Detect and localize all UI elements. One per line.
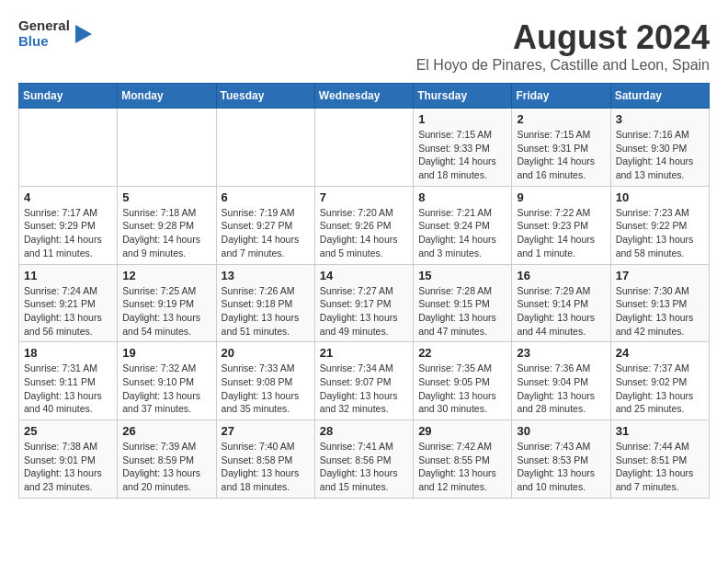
day-number: 25 (24, 424, 112, 438)
day-info: Sunrise: 7:19 AM Sunset: 9:27 PM Dayligh… (222, 206, 310, 260)
calendar-cell: 12Sunrise: 7:25 AM Sunset: 9:19 PM Dayli… (118, 264, 216, 342)
day-number: 19 (122, 346, 210, 360)
calendar-cell: 16Sunrise: 7:29 AM Sunset: 9:14 PM Dayli… (512, 264, 610, 342)
logo-arrow-icon (75, 25, 92, 43)
day-info: Sunrise: 7:36 AM Sunset: 9:04 PM Dayligh… (517, 362, 605, 416)
calendar-cell: 24Sunrise: 7:37 AM Sunset: 9:02 PM Dayli… (610, 342, 709, 420)
day-number: 20 (222, 346, 310, 360)
calendar-table: SundayMondayTuesdayWednesdayThursdayFrid… (18, 83, 710, 499)
day-info: Sunrise: 7:22 AM Sunset: 9:23 PM Dayligh… (517, 206, 605, 260)
day-number: 6 (222, 190, 310, 204)
day-number: 11 (24, 269, 112, 282)
day-info: Sunrise: 7:32 AM Sunset: 9:10 PM Dayligh… (122, 362, 210, 416)
day-number: 9 (517, 190, 605, 204)
day-number: 16 (517, 269, 605, 282)
day-info: Sunrise: 7:21 AM Sunset: 9:24 PM Dayligh… (418, 206, 506, 260)
calendar-cell: 25Sunrise: 7:38 AM Sunset: 9:01 PM Dayli… (19, 420, 118, 499)
day-info: Sunrise: 7:31 AM Sunset: 9:11 PM Dayligh… (24, 362, 112, 416)
page-header: General Blue August 2024 El Hoyo de Pina… (18, 18, 710, 74)
day-number: 13 (222, 269, 310, 282)
day-number: 31 (616, 424, 704, 438)
calendar-cell: 15Sunrise: 7:28 AM Sunset: 9:15 PM Dayli… (414, 264, 512, 342)
day-number: 10 (616, 190, 704, 204)
calendar-cell (118, 109, 216, 187)
calendar-cell: 9Sunrise: 7:22 AM Sunset: 9:23 PM Daylig… (512, 186, 610, 264)
calendar-cell: 5Sunrise: 7:18 AM Sunset: 9:28 PM Daylig… (118, 186, 216, 264)
calendar-cell: 17Sunrise: 7:30 AM Sunset: 9:13 PM Dayli… (610, 264, 709, 342)
day-info: Sunrise: 7:23 AM Sunset: 9:22 PM Dayligh… (616, 206, 704, 260)
day-info: Sunrise: 7:35 AM Sunset: 9:05 PM Dayligh… (418, 362, 506, 416)
main-title: August 2024 (416, 18, 710, 57)
calendar-cell: 26Sunrise: 7:39 AM Sunset: 8:59 PM Dayli… (118, 420, 216, 499)
calendar-cell: 7Sunrise: 7:20 AM Sunset: 9:26 PM Daylig… (314, 186, 413, 264)
day-info: Sunrise: 7:17 AM Sunset: 9:29 PM Dayligh… (24, 206, 112, 260)
calendar-cell: 14Sunrise: 7:27 AM Sunset: 9:17 PM Dayli… (314, 264, 413, 342)
day-info: Sunrise: 7:26 AM Sunset: 9:18 PM Dayligh… (222, 284, 310, 339)
day-header-tuesday: Tuesday (216, 84, 314, 109)
day-number: 14 (320, 269, 408, 282)
day-info: Sunrise: 7:33 AM Sunset: 9:08 PM Dayligh… (222, 362, 310, 416)
day-number: 23 (517, 346, 605, 360)
day-number: 29 (418, 424, 506, 438)
calendar-cell: 28Sunrise: 7:41 AM Sunset: 8:56 PM Dayli… (314, 420, 413, 499)
day-number: 4 (24, 190, 112, 204)
day-info: Sunrise: 7:43 AM Sunset: 8:53 PM Dayligh… (517, 440, 605, 494)
calendar-cell: 30Sunrise: 7:43 AM Sunset: 8:53 PM Dayli… (512, 420, 610, 499)
day-info: Sunrise: 7:29 AM Sunset: 9:14 PM Dayligh… (517, 284, 605, 339)
day-info: Sunrise: 7:18 AM Sunset: 9:28 PM Dayligh… (122, 206, 210, 260)
calendar-cell: 11Sunrise: 7:24 AM Sunset: 9:21 PM Dayli… (19, 264, 118, 342)
logo: General Blue (18, 18, 92, 49)
calendar-cell: 19Sunrise: 7:32 AM Sunset: 9:10 PM Dayli… (118, 342, 216, 420)
logo-general: General (18, 18, 70, 34)
calendar-cell: 18Sunrise: 7:31 AM Sunset: 9:11 PM Dayli… (19, 342, 118, 420)
day-number: 28 (320, 424, 408, 438)
day-info: Sunrise: 7:27 AM Sunset: 9:17 PM Dayligh… (320, 284, 408, 339)
calendar-week-5: 25Sunrise: 7:38 AM Sunset: 9:01 PM Dayli… (19, 420, 710, 499)
day-info: Sunrise: 7:38 AM Sunset: 9:01 PM Dayligh… (24, 440, 112, 494)
calendar-cell: 6Sunrise: 7:19 AM Sunset: 9:27 PM Daylig… (216, 186, 314, 264)
calendar-week-4: 18Sunrise: 7:31 AM Sunset: 9:11 PM Dayli… (19, 342, 710, 420)
day-number: 18 (24, 346, 112, 360)
day-header-friday: Friday (512, 84, 610, 109)
day-header-thursday: Thursday (414, 84, 512, 109)
day-info: Sunrise: 7:34 AM Sunset: 9:07 PM Dayligh… (320, 362, 408, 416)
title-section: August 2024 El Hoyo de Pinares, Castille… (416, 18, 710, 74)
calendar-cell: 8Sunrise: 7:21 AM Sunset: 9:24 PM Daylig… (414, 186, 512, 264)
calendar-cell: 31Sunrise: 7:44 AM Sunset: 8:51 PM Dayli… (610, 420, 709, 499)
day-number: 12 (122, 269, 210, 282)
day-number: 27 (222, 424, 310, 438)
day-header-monday: Monday (118, 84, 216, 109)
calendar-cell: 2Sunrise: 7:15 AM Sunset: 9:31 PM Daylig… (512, 109, 610, 187)
day-number: 7 (320, 190, 408, 204)
day-info: Sunrise: 7:44 AM Sunset: 8:51 PM Dayligh… (616, 440, 704, 494)
day-info: Sunrise: 7:20 AM Sunset: 9:26 PM Dayligh… (320, 206, 408, 260)
calendar-cell (216, 109, 314, 187)
day-info: Sunrise: 7:37 AM Sunset: 9:02 PM Dayligh… (616, 362, 704, 416)
day-number: 21 (320, 346, 408, 360)
day-number: 26 (122, 424, 210, 438)
day-number: 30 (517, 424, 605, 438)
calendar-cell: 29Sunrise: 7:42 AM Sunset: 8:55 PM Dayli… (414, 420, 512, 499)
calendar-cell (314, 109, 413, 187)
day-info: Sunrise: 7:16 AM Sunset: 9:30 PM Dayligh… (616, 128, 704, 182)
day-header-wednesday: Wednesday (314, 84, 413, 109)
day-info: Sunrise: 7:30 AM Sunset: 9:13 PM Dayligh… (616, 284, 704, 339)
day-number: 1 (418, 112, 506, 126)
calendar-cell: 10Sunrise: 7:23 AM Sunset: 9:22 PM Dayli… (610, 186, 709, 264)
day-number: 24 (616, 346, 704, 360)
calendar-cell: 20Sunrise: 7:33 AM Sunset: 9:08 PM Dayli… (216, 342, 314, 420)
calendar-cell: 3Sunrise: 7:16 AM Sunset: 9:30 PM Daylig… (610, 109, 709, 187)
header-row: SundayMondayTuesdayWednesdayThursdayFrid… (19, 84, 710, 109)
day-info: Sunrise: 7:25 AM Sunset: 9:19 PM Dayligh… (122, 284, 210, 339)
subtitle: El Hoyo de Pinares, Castille and Leon, S… (416, 57, 710, 74)
day-info: Sunrise: 7:28 AM Sunset: 9:15 PM Dayligh… (418, 284, 506, 339)
day-number: 17 (616, 269, 704, 282)
day-info: Sunrise: 7:39 AM Sunset: 8:59 PM Dayligh… (122, 440, 210, 494)
day-number: 8 (418, 190, 506, 204)
calendar-cell (19, 109, 118, 187)
day-header-sunday: Sunday (19, 84, 118, 109)
day-number: 5 (122, 190, 210, 204)
day-number: 22 (418, 346, 506, 360)
calendar-cell: 27Sunrise: 7:40 AM Sunset: 8:58 PM Dayli… (216, 420, 314, 499)
day-info: Sunrise: 7:41 AM Sunset: 8:56 PM Dayligh… (320, 440, 408, 494)
